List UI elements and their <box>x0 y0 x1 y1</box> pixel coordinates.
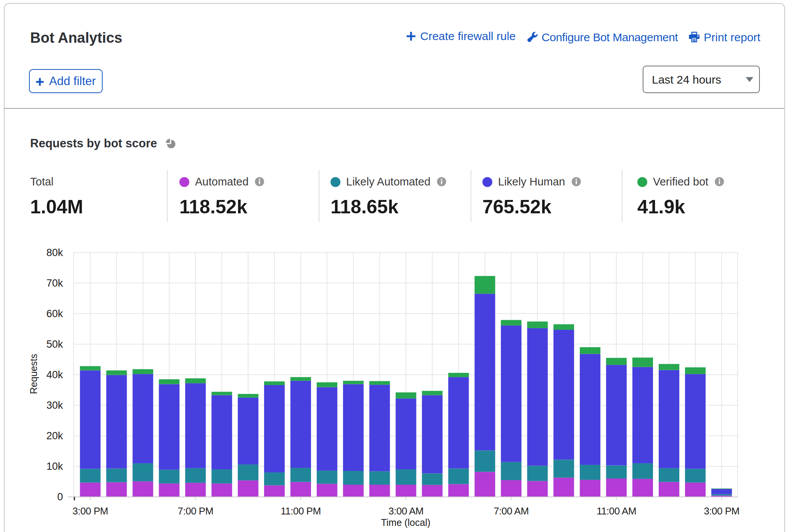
svg-text:10k: 10k <box>46 461 63 472</box>
svg-text:3:00 PM: 3:00 PM <box>73 505 108 517</box>
svg-text:20k: 20k <box>46 430 63 442</box>
svg-text:Requests: Requests <box>28 354 39 394</box>
svg-text:3:00 AM: 3:00 AM <box>389 505 424 517</box>
svg-text:50k: 50k <box>46 339 63 350</box>
svg-text:11:00 PM: 11:00 PM <box>281 505 321 517</box>
svg-text:70k: 70k <box>46 277 63 289</box>
svg-text:60k: 60k <box>46 308 63 319</box>
svg-text:7:00 AM: 7:00 AM <box>493 505 529 517</box>
svg-text:0: 0 <box>57 491 63 503</box>
svg-text:3:00 PM: 3:00 PM <box>704 505 739 517</box>
svg-text:7:00 PM: 7:00 PM <box>178 505 213 517</box>
svg-text:Time (local): Time (local) <box>381 517 430 528</box>
svg-text:40k: 40k <box>46 369 63 380</box>
svg-text:80k: 80k <box>46 247 63 258</box>
svg-text:11:00 AM: 11:00 AM <box>597 505 636 517</box>
svg-text:30k: 30k <box>46 400 63 411</box>
